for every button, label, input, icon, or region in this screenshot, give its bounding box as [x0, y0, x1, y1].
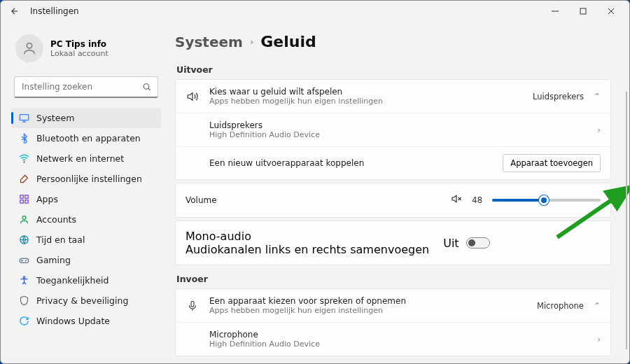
svg-rect-15 — [191, 301, 194, 307]
mic-title: Microphone — [209, 330, 320, 340]
wifi-icon — [18, 153, 29, 164]
back-button[interactable] — [5, 6, 24, 16]
chevron-up-icon: ⌃ — [594, 301, 601, 311]
nav-list: SysteemBluetooth en apparatenNetwerk en … — [11, 108, 161, 331]
shield-icon — [18, 295, 29, 306]
apps-icon — [18, 194, 29, 204]
brush-icon — [18, 174, 29, 184]
sidebar-item-label: Privacy & beveiliging — [36, 295, 128, 306]
sidebar-item-persoonlijke-instellingen[interactable]: Persoonlijke instellingen — [11, 169, 161, 189]
sidebar-item-gaming[interactable]: Gaming — [11, 250, 161, 270]
sidebar-item-label: Systeem — [36, 113, 74, 123]
choose-input-sub: Apps hebben mogelijk hun eigen instellin… — [209, 306, 406, 315]
arrow-left-icon — [10, 6, 20, 16]
breadcrumb-current: Geluid — [260, 33, 316, 50]
accessibility-icon — [18, 275, 29, 286]
svg-rect-3 — [20, 115, 29, 120]
settings-window: Instellingen PC Tips info Lokaal account… — [0, 0, 630, 364]
search-box — [14, 76, 158, 98]
svg-point-4 — [23, 162, 24, 163]
volume-label: Volume — [186, 195, 217, 205]
microphone-row[interactable]: Microphone High Definition Audio Device … — [176, 323, 610, 356]
output-section-label: Uitvoer — [176, 64, 611, 75]
main-panel: Systeem › Geluid Uitvoer Kies waar u gel… — [165, 22, 629, 363]
sidebar-item-label: Apps — [36, 194, 58, 204]
maximize-icon — [580, 8, 587, 15]
speakers-title: Luidsprekers — [209, 120, 320, 130]
svg-point-9 — [22, 216, 26, 220]
mono-title: Mono-audio — [186, 230, 429, 243]
close-button[interactable] — [597, 1, 625, 22]
search-input[interactable] — [14, 76, 158, 98]
svg-point-12 — [26, 260, 27, 260]
sidebar-item-label: Windows Update — [36, 316, 110, 326]
sidebar-item-toegankelijkheid[interactable]: Toegankelijkheid — [11, 270, 161, 290]
scrollbar[interactable] — [626, 92, 627, 349]
mono-toggle[interactable] — [466, 237, 490, 248]
chevron-right-icon: › — [597, 335, 601, 344]
svg-rect-8 — [24, 200, 27, 203]
sidebar-item-privacy-beveiliging[interactable]: Privacy & beveiliging — [11, 290, 161, 311]
sidebar-item-windows-update[interactable]: Windows Update — [11, 311, 161, 331]
sidebar-item-label: Persoonlijke instellingen — [36, 174, 142, 184]
chevron-right-icon: › — [250, 36, 253, 47]
avatar — [15, 34, 43, 62]
chevron-up-icon: ⌃ — [594, 92, 601, 102]
breadcrumb-parent[interactable]: Systeem — [175, 34, 243, 50]
microphone-icon — [186, 300, 200, 312]
output-card: Kies waar u geluid wilt afspelen Apps he… — [175, 79, 611, 180]
minimize-icon — [552, 8, 559, 15]
sidebar-item-label: Gaming — [36, 255, 71, 265]
speakers-row[interactable]: Luidsprekers High Definition Audio Devic… — [176, 113, 610, 147]
volume-slider[interactable] — [492, 199, 601, 202]
maximize-button[interactable] — [569, 1, 597, 22]
search-icon — [142, 80, 151, 94]
input-section-label: Invoer — [176, 274, 611, 284]
gamepad-icon — [18, 255, 29, 265]
volume-value: 48 — [472, 195, 482, 205]
output-device-value: Luidsprekers — [533, 92, 584, 102]
svg-point-2 — [144, 83, 149, 89]
mic-sub: High Definition Audio Device — [209, 340, 320, 349]
volume-mute-icon[interactable] — [451, 193, 462, 207]
svg-point-13 — [24, 260, 25, 261]
profile-block[interactable]: PC Tips info Lokaal account — [11, 29, 161, 72]
svg-rect-5 — [20, 195, 22, 198]
sidebar-item-label: Tijd en taal — [36, 234, 85, 245]
input-device-value: Microphone — [537, 301, 584, 311]
sidebar-item-apps[interactable]: Apps — [11, 189, 161, 209]
monitor-icon — [18, 113, 29, 123]
choose-output-title: Kies waar u geluid wilt afspelen — [209, 87, 383, 97]
svg-point-1 — [27, 43, 31, 48]
mono-audio-row: Mono-audio Audiokanalen links en rechts … — [175, 220, 611, 265]
person-icon — [22, 41, 37, 56]
profile-sub: Lokaal account — [50, 49, 108, 58]
add-device-button[interactable]: Apparaat toevoegen — [503, 154, 601, 172]
svg-rect-6 — [24, 195, 27, 198]
minimize-button[interactable] — [541, 1, 569, 22]
sidebar-item-bluetooth-en-apparaten[interactable]: Bluetooth en apparaten — [11, 128, 161, 148]
pair-text: Een nieuw uitvoerapparaat koppelen — [209, 158, 364, 168]
chevron-right-icon: › — [597, 125, 601, 135]
choose-output-sub: Apps hebben mogelijk hun eigen instellin… — [209, 97, 383, 106]
titlebar: Instellingen — [1, 1, 629, 22]
sidebar-item-label: Netwerk en internet — [36, 153, 124, 164]
choose-input-row[interactable]: Een apparaat kiezen voor spreken of opne… — [176, 289, 610, 323]
sidebar: PC Tips info Lokaal account SysteemBluet… — [1, 22, 165, 363]
svg-point-14 — [23, 276, 25, 279]
sidebar-item-label: Toegankelijkheid — [36, 275, 109, 286]
choose-output-row[interactable]: Kies waar u geluid wilt afspelen Apps he… — [176, 80, 610, 113]
input-card: Een apparaat kiezen voor spreken of opne… — [175, 288, 611, 356]
sidebar-item-netwerk-en-internet[interactable]: Netwerk en internet — [11, 148, 161, 169]
speaker-icon — [186, 90, 200, 103]
speakers-sub: High Definition Audio Device — [209, 130, 320, 139]
sidebar-item-systeem[interactable]: Systeem — [11, 108, 161, 128]
window-title: Instellingen — [30, 6, 79, 16]
sidebar-item-tijd-en-taal[interactable]: Tijd en taal — [11, 230, 161, 250]
sidebar-item-label: Bluetooth en apparaten — [36, 133, 141, 144]
breadcrumb: Systeem › Geluid — [175, 29, 611, 60]
sidebar-item-accounts[interactable]: Accounts — [11, 209, 161, 230]
bluetooth-icon — [18, 133, 29, 144]
mono-state: Uit — [443, 237, 458, 250]
person-icon — [18, 214, 29, 225]
